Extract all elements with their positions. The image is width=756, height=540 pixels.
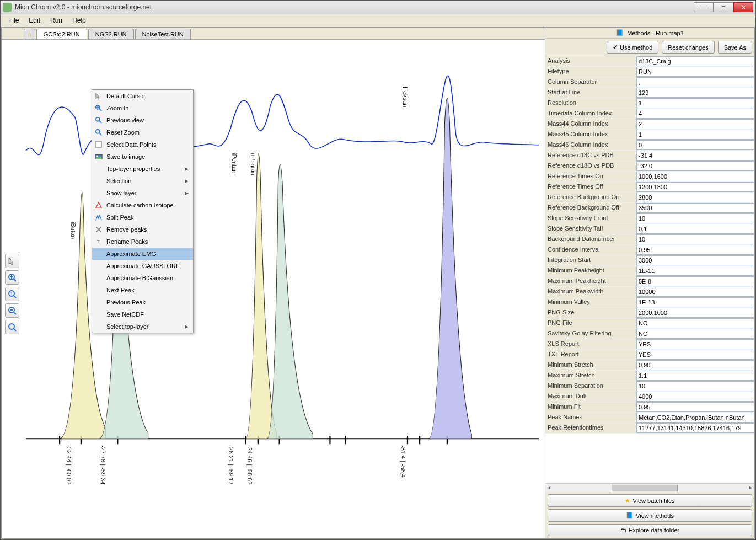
ctx-previous-view[interactable]: 1Previous view [92,114,193,126]
ctx-calculate-carbon-isotope[interactable]: Calculate carbon Isotope [92,199,193,211]
menu-file[interactable]: File [4,15,23,25]
prop-input-png-size[interactable] [636,308,754,318]
prop-input-reference-times-on[interactable] [636,172,754,181]
ctx-next-peak[interactable]: Next Peak [92,284,193,296]
prop-input-reference-background-off[interactable] [636,203,754,213]
check-icon: ✔ [613,44,618,51]
ctx-show-layer[interactable]: Show layer▶ [92,187,193,199]
prop-input-peak-names[interactable] [636,413,754,423]
prop-input-maximum-stretch[interactable] [636,371,754,381]
prop-input-minimum-stretch[interactable] [636,360,754,370]
prop-input-reference-times-off[interactable] [636,182,754,192]
chart-area[interactable]: iButan iPentan nPentan Heksan -32.44 | -… [2,40,545,538]
prop-input-confidence-interval[interactable] [636,245,754,255]
minimize-button[interactable]: — [694,2,714,12]
menu-help[interactable]: Help [68,15,90,25]
prop-input-filetype[interactable] [636,67,754,77]
use-method-button[interactable]: ✔Use method [607,41,658,54]
prop-input-slope-sensitivity-front[interactable] [636,213,754,223]
reset-changes-button[interactable]: Reset changes [662,41,714,54]
ctx-default-cursor[interactable]: Default Cursor [92,90,193,102]
ctx-top-layer-properties[interactable]: Top-layer properties▶ [92,163,193,175]
tool-zoom-in[interactable] [5,270,19,285]
blank-icon [94,274,103,282]
prop-row: Reference Background On [545,193,754,203]
ctx-item-label: Show layer [106,190,136,196]
properties-list[interactable]: AnalysisFiletypeColumn SeparatorStart at… [545,56,754,483]
ctx-select-top-layer[interactable]: Select top-layer▶ [92,320,193,333]
prop-input-integration-start[interactable] [636,255,754,265]
ctx-approximate-bigaussian[interactable]: Approximate BiGaussian [92,272,193,284]
explore-data-folder-button[interactable]: 🗀Explore data folder [548,524,752,536]
prop-input-minimum-separation[interactable] [636,381,754,391]
prop-label: TXT Report [545,350,636,360]
tool-zoom-prev[interactable]: 1 [5,287,19,301]
prop-row: XLS Report [545,339,754,350]
prop-row: PNG Size [545,308,754,318]
tab-noisetest[interactable]: NoiseTest.RUN [135,29,191,39]
prop-input-txt-report[interactable] [636,350,754,360]
maximize-button[interactable]: □ [714,2,733,12]
prop-input-mass45-column-index[interactable] [636,130,754,140]
prop-input-maximum-peakwidth[interactable] [636,287,754,297]
ctx-item-label: Approximate EMG [106,250,156,257]
prop-input-timedata-column-index[interactable] [636,109,754,119]
ctx-item-label: Previous Peak [106,299,146,306]
save-as-button[interactable]: Save As [718,41,752,54]
prop-input-minimum-fit[interactable] [636,402,754,412]
ctx-approximate-emg[interactable]: Approximate EMG [92,248,193,260]
tool-zoom-reset[interactable] [5,320,19,334]
remove-icon [94,225,103,234]
ctx-previous-peak[interactable]: Previous Peak [92,296,193,308]
ctx-item-label: Save to image [106,153,145,160]
prop-label: Minimum Valley [545,297,636,307]
prop-input-background-datanumber[interactable] [636,234,754,244]
view-methods-button[interactable]: 📘View methods [548,509,752,522]
prop-input-resolution[interactable] [636,98,754,108]
ctx-split-peak[interactable]: Split Peak [92,211,193,223]
prop-input-savitsky-golay-filtering[interactable] [636,329,754,339]
prop-row: Integration Start [545,255,754,266]
tool-cursor[interactable] [5,254,19,268]
prop-input-start-at-line[interactable] [636,88,754,98]
prop-input-png-file[interactable] [636,318,754,328]
prop-input-maximum-drift[interactable] [636,392,754,402]
prop-input-column-separator[interactable] [636,77,754,87]
prop-input-peak-retentiontimes[interactable] [636,423,754,433]
view-batch-files-button[interactable]: ★View batch files [548,494,752,507]
horizontal-scrollbar[interactable] [545,483,754,492]
prop-row: Filetype [545,67,754,77]
close-button[interactable]: ✕ [733,2,753,12]
ctx-save-to-image[interactable]: Save to image [92,151,193,163]
prop-label: Integration Start [545,255,636,265]
tab-home[interactable]: ⌂ [24,29,35,39]
prop-input-reference-d18o-vs-pdb[interactable] [636,161,754,171]
ctx-item-label: Select Data Points [106,141,157,148]
ctx-zoom-in[interactable]: Zoom In [92,102,193,114]
prop-label: Mass44 Column Index [545,119,636,129]
ctx-save-netcdf[interactable]: Save NetCDF [92,308,193,320]
tool-zoom-out[interactable] [5,303,19,318]
prop-input-analysis[interactable] [636,56,754,66]
prop-input-reference-background-on[interactable] [636,193,754,202]
tab-gcstd2[interactable]: GCStd2.RUN [36,29,87,39]
menu-edit[interactable]: Edit [24,15,45,25]
ctx-approximate-gausslore[interactable]: Approximate GAUSSLORE [92,260,193,272]
prop-input-minimum-valley[interactable] [636,297,754,307]
prop-input-reference-d13c-vs-pdb[interactable] [636,151,754,161]
ctx-select-data-points[interactable]: Select Data Points [92,138,193,151]
ctx-remove-peaks[interactable]: Remove peaks [92,223,193,236]
ctx-reset-zoom[interactable]: Reset Zoom [92,126,193,138]
ctx-selection[interactable]: Selection▶ [92,175,193,187]
submenu-arrow-icon: ▶ [185,324,189,329]
prop-input-mass44-column-index[interactable] [636,119,754,129]
tab-ngs2[interactable]: NGS2.RUN [88,29,134,39]
prop-input-slope-sensitivity-tail[interactable] [636,224,754,234]
prop-label: Reference Times Off [545,182,636,192]
prop-input-minimum-peakheight[interactable] [636,266,754,276]
prop-input-maximum-peakheight[interactable] [636,276,754,286]
ctx-rename-peaks[interactable]: TRename Peaks [92,236,193,248]
prop-input-xls-report[interactable] [636,339,754,349]
prop-input-mass46-column-index[interactable] [636,140,754,150]
menu-run[interactable]: Run [46,15,67,25]
